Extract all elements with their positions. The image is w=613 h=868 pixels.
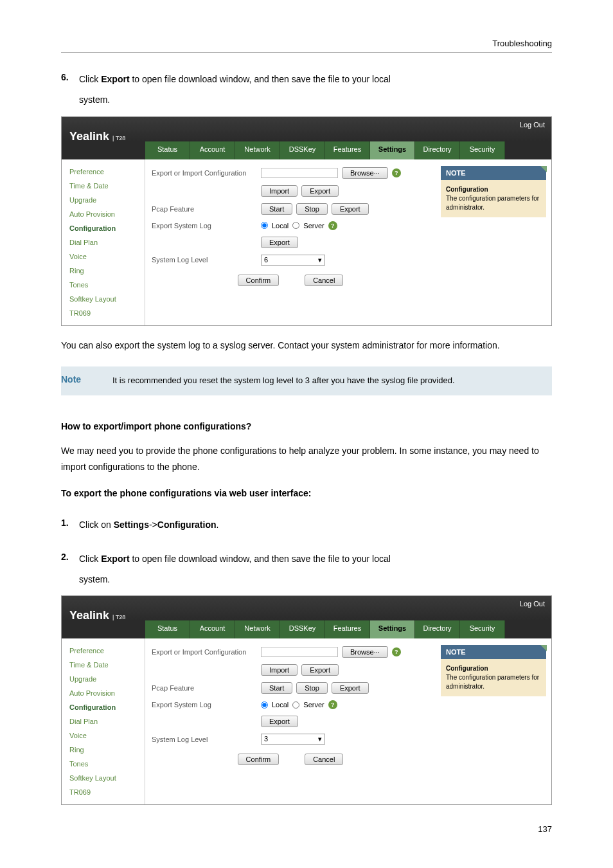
start-button[interactable]: Start: [261, 203, 292, 215]
sidebar-item-voice[interactable]: Voice: [62, 728, 145, 743]
import-button[interactable]: Import: [261, 185, 298, 197]
pcap-export-button[interactable]: Export: [332, 682, 369, 694]
step-line2: system.: [79, 572, 552, 586]
tab-status[interactable]: Status: [145, 620, 190, 638]
label-loglevel: System Log Level: [152, 256, 261, 264]
radio-server[interactable]: [292, 701, 299, 709]
pcap-export-button[interactable]: Export: [332, 203, 369, 215]
note-callout: Note It is recommended you reset the sys…: [61, 366, 552, 395]
tab-dsskey[interactable]: DSSKey: [280, 620, 325, 638]
sidebar-item-dialplan[interactable]: Dial Plan: [62, 714, 145, 728]
header-divider: [61, 52, 552, 53]
sidebar-item-preference[interactable]: Preference: [62, 165, 145, 179]
stop-button[interactable]: Stop: [296, 203, 328, 215]
sidebar-item-autoprovision[interactable]: Auto Provision: [62, 686, 145, 700]
import-button[interactable]: Import: [261, 664, 298, 676]
logo: Yealink | T28: [69, 130, 125, 143]
export-button[interactable]: Export: [301, 185, 339, 197]
radio-local-label: Local: [272, 222, 289, 230]
cancel-button[interactable]: Cancel: [305, 275, 343, 286]
section-heading: How to export/import phone configuration…: [61, 421, 552, 431]
tab-security[interactable]: Security: [460, 620, 505, 638]
logout-link[interactable]: Log Out: [520, 121, 545, 129]
browse-button[interactable]: Browse···: [342, 167, 388, 179]
help-icon[interactable]: ?: [328, 221, 337, 230]
label-syslog: Export System Log: [152, 701, 261, 709]
tab-directory[interactable]: Directory: [415, 141, 460, 159]
tab-settings[interactable]: Settings: [370, 620, 415, 638]
tab-network[interactable]: Network: [235, 620, 280, 638]
file-input[interactable]: [261, 168, 338, 178]
sidebar-item-tr069[interactable]: TR069: [62, 306, 145, 320]
radio-server-label: Server: [303, 222, 324, 230]
label-loglevel: System Log Level: [152, 736, 261, 743]
step-text: Click on Settings->Configuration.: [79, 518, 218, 532]
sidebar-item-timedate[interactable]: Time & Date: [62, 179, 145, 193]
sidebar-item-ring[interactable]: Ring: [62, 743, 145, 757]
radio-local-label: Local: [272, 701, 289, 709]
sidebar-item-timedate[interactable]: Time & Date: [62, 658, 145, 672]
tab-directory[interactable]: Directory: [415, 620, 460, 638]
main-panel: Export or Import Configuration Browse···…: [145, 638, 436, 804]
sidebar-item-voice[interactable]: Voice: [62, 249, 145, 264]
ui-screenshot-2: Log Out Yealink | T28 Status Account Net…: [61, 595, 552, 805]
sidebar-item-ring[interactable]: Ring: [62, 264, 145, 278]
page-number: 137: [61, 824, 552, 834]
sidebar-item-preference[interactable]: Preference: [62, 644, 145, 658]
browse-button[interactable]: Browse···: [342, 646, 388, 658]
stop-button[interactable]: Stop: [296, 682, 328, 694]
tab-settings[interactable]: Settings: [370, 141, 415, 159]
tab-features[interactable]: Features: [325, 620, 370, 638]
start-button[interactable]: Start: [261, 682, 292, 694]
sidebar-item-dialplan[interactable]: Dial Plan: [62, 235, 145, 249]
step-number: 1.: [61, 518, 79, 532]
help-icon[interactable]: ?: [392, 168, 401, 177]
sidebar-item-autoprovision[interactable]: Auto Provision: [62, 207, 145, 221]
loglevel-select[interactable]: 6 ▾: [261, 255, 325, 266]
sub-heading: To export the phone configurations via w…: [61, 488, 552, 498]
sidebar-item-upgrade[interactable]: Upgrade: [62, 193, 145, 207]
help-icon[interactable]: ?: [328, 700, 337, 709]
label-pcap: Pcap Feature: [152, 205, 261, 213]
tab-features[interactable]: Features: [325, 141, 370, 159]
confirm-button[interactable]: Confirm: [238, 275, 280, 286]
tab-dsskey[interactable]: DSSKey: [280, 141, 325, 159]
right-panel: NOTE Configuration The configuration par…: [436, 638, 551, 804]
label-pcap: Pcap Feature: [152, 684, 261, 692]
syslog-export-button[interactable]: Export: [261, 237, 298, 248]
file-input[interactable]: [261, 647, 338, 657]
tab-account[interactable]: Account: [190, 141, 235, 159]
radio-server[interactable]: [292, 222, 299, 229]
syslog-export-button[interactable]: Export: [261, 716, 298, 727]
confirm-button[interactable]: Confirm: [238, 754, 280, 765]
ui-screenshot-1: Log Out Yealink | T28 Status Account Net…: [61, 116, 552, 326]
sidebar-item-configuration[interactable]: Configuration: [62, 221, 145, 235]
tab-status[interactable]: Status: [145, 141, 190, 159]
step-number: 6.: [61, 72, 79, 86]
logout-link[interactable]: Log Out: [520, 600, 545, 608]
tab-security[interactable]: Security: [460, 141, 505, 159]
sidebar-item-configuration[interactable]: Configuration: [62, 700, 145, 714]
sidebar-item-tones[interactable]: Tones: [62, 278, 145, 292]
sidebar-item-tr069[interactable]: TR069: [62, 785, 145, 799]
label-export-import: Export or Import Configuration: [152, 648, 261, 656]
step-6: 6. Click Export to open file download wi…: [61, 72, 552, 86]
tab-account[interactable]: Account: [190, 620, 235, 638]
note-header: NOTE: [441, 645, 546, 659]
tab-bar: Status Account Network DSSKey Features S…: [62, 620, 551, 638]
cancel-button[interactable]: Cancel: [305, 754, 343, 765]
radio-local[interactable]: [261, 222, 268, 229]
right-panel: NOTE Configuration The configuration par…: [436, 159, 551, 325]
radio-server-label: Server: [303, 701, 324, 709]
help-icon[interactable]: ?: [392, 647, 401, 656]
radio-local[interactable]: [261, 701, 268, 709]
logo: Yealink | T28: [69, 609, 125, 622]
tab-network[interactable]: Network: [235, 141, 280, 159]
loglevel-select[interactable]: 3 ▾: [261, 734, 325, 745]
export-button[interactable]: Export: [301, 664, 339, 676]
main-panel: Export or Import Configuration Browse···…: [145, 159, 436, 325]
sidebar-item-softkey[interactable]: Softkey Layout: [62, 292, 145, 306]
sidebar-item-softkey[interactable]: Softkey Layout: [62, 771, 145, 785]
sidebar-item-tones[interactable]: Tones: [62, 757, 145, 771]
sidebar-item-upgrade[interactable]: Upgrade: [62, 672, 145, 686]
